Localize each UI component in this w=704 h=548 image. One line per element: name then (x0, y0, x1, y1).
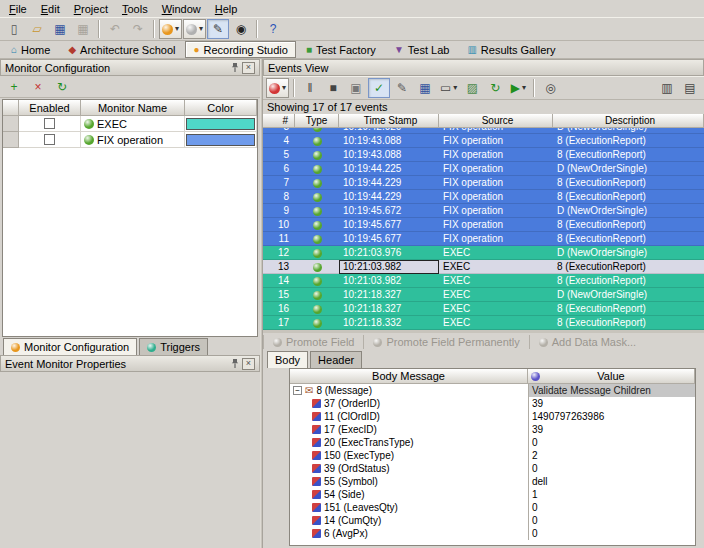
column-header-[interactable]: # (263, 114, 295, 128)
detail-row[interactable]: 151 (LeavesQty)0 (290, 501, 695, 514)
snapshot-button[interactable]: ◉ (230, 19, 252, 39)
event-row[interactable]: 1610:21:18.327EXEC8 (ExecutionReport) (263, 302, 704, 316)
detail-row[interactable]: 54 (Side)1 (290, 488, 695, 501)
verify-button[interactable]: ✓ (368, 78, 390, 98)
tab-triggers[interactable]: Triggers (139, 338, 208, 355)
event-row[interactable]: 1510:21:18.327EXECD (NewOrderSingle) (263, 288, 704, 302)
save-events-button[interactable]: ▦ (414, 78, 436, 98)
filter-edit-button[interactable]: ✎ (391, 78, 413, 98)
tab-test-lab[interactable]: ▼Test Lab (386, 41, 458, 58)
menu-window[interactable]: Window (155, 2, 208, 16)
save-button[interactable]: ▦ (49, 19, 71, 39)
event-row[interactable]: 1310:21:03.982EXEC8 (ExecutionReport) (263, 260, 704, 274)
monitor-enabled-checkbox[interactable] (44, 118, 55, 129)
event-row[interactable]: 1110:19:45.677FIX operation8 (ExecutionR… (263, 232, 704, 246)
menu-edit[interactable]: Edit (34, 2, 67, 16)
detail-row[interactable]: 14 (CumQty)0 (290, 514, 695, 527)
close-icon[interactable]: × (242, 358, 255, 370)
event-row[interactable]: 410:19:43.088FIX operation8 (ExecutionRe… (263, 134, 704, 148)
pause-button[interactable]: ‖ (299, 78, 321, 98)
column-header-monitor-name[interactable]: Monitor Name (81, 100, 185, 116)
perspective-combo-button[interactable]: ▾ (159, 19, 182, 39)
redo-button[interactable]: ↷ (127, 19, 149, 39)
new-button[interactable]: ▯ (3, 19, 25, 39)
column-header-color[interactable]: Color (185, 100, 257, 116)
event-row[interactable]: 1210:21:03.976EXECD (NewOrderSingle) (263, 246, 704, 260)
event-row[interactable]: 810:19:44.229FIX operation8 (ExecutionRe… (263, 190, 704, 204)
annotate-toggle-button[interactable]: ✎ (207, 19, 229, 39)
menu-file[interactable]: File (2, 2, 34, 16)
image-export-button[interactable]: ▨ (461, 78, 483, 98)
column-header-description[interactable]: Description (553, 114, 704, 128)
event-row[interactable]: 1410:21:03.982EXEC8 (ExecutionReport) (263, 274, 704, 288)
promote-field-permanently-button[interactable]: Promote Field Permanently (363, 335, 528, 349)
stop-button[interactable]: ■ (322, 78, 344, 98)
monitor-enabled-checkbox[interactable] (44, 134, 55, 145)
monitor-row[interactable]: EXEC (3, 116, 257, 132)
detail-row[interactable]: 6 (AvgPx)0 (290, 527, 695, 540)
add-monitor-button[interactable]: + (3, 77, 25, 97)
column-header-value[interactable]: Value (528, 369, 695, 384)
menu-project[interactable]: Project (67, 2, 115, 16)
column-header-enabled[interactable]: Enabled (19, 100, 81, 116)
event-row[interactable]: 1710:21:18.332EXEC8 (ExecutionReport) (263, 316, 704, 330)
detail-value-cell: 2 (528, 449, 695, 462)
monitor-color-swatch[interactable] (186, 134, 255, 146)
environment-combo-button[interactable]: ▾ (183, 19, 206, 39)
monitor-row[interactable]: FIX operation (3, 132, 257, 148)
detail-row[interactable]: 11 (ClOrdID)1490797263986 (290, 410, 695, 423)
pin-icon[interactable] (228, 357, 242, 370)
promote-field-button[interactable]: Promote Field (263, 335, 363, 349)
tab-body[interactable]: Body (267, 351, 308, 368)
menu-help[interactable]: Help (208, 2, 245, 16)
refresh-events-button[interactable]: ↻ (484, 78, 506, 98)
tab-results-gallery[interactable]: ▥Results Gallery (459, 41, 563, 58)
tab-recording-studio[interactable]: ●Recording Studio (185, 41, 295, 58)
event-row[interactable]: 910:19:45.672FIX operationD (NewOrderSin… (263, 204, 704, 218)
pin-icon[interactable] (228, 61, 242, 74)
detail-value-cell[interactable]: Validate Message Children (528, 384, 695, 397)
tab-home[interactable]: ⌂Home (3, 41, 58, 58)
add-data-mask-button[interactable]: Add Data Mask... (529, 335, 645, 349)
detail-value-cell: 0 (528, 462, 695, 475)
lock-button[interactable]: ▣ (345, 78, 367, 98)
detail-row[interactable]: −✉8 (Message)Validate Message Children (290, 384, 695, 397)
column-header-body-message[interactable]: Body Message (290, 369, 528, 384)
detail-row[interactable]: 150 (ExecType)2 (290, 449, 695, 462)
tab-architecture-school[interactable]: ◆Architecture School (60, 41, 183, 58)
delete-monitor-button[interactable]: × (27, 77, 49, 97)
close-icon[interactable]: × (242, 62, 255, 74)
detail-row[interactable]: 39 (OrdStatus)0 (290, 462, 695, 475)
open-button[interactable]: ▱ (26, 19, 48, 39)
detail-row[interactable]: 17 (ExecID)39 (290, 423, 695, 436)
event-row[interactable]: 510:19:43.088FIX operation8 (ExecutionRe… (263, 148, 704, 162)
display-mode-button[interactable]: ▭▾ (437, 78, 460, 98)
table-columns-button[interactable]: ▤ (679, 78, 701, 98)
event-row[interactable]: 1010:19:45.677FIX operation8 (ExecutionR… (263, 218, 704, 232)
tab-label: Test Factory (316, 44, 376, 56)
event-row[interactable]: 710:19:44.229FIX operation8 (ExecutionRe… (263, 176, 704, 190)
tab-test-factory[interactable]: ■Test Factory (298, 41, 384, 58)
column-header-time-stamp[interactable]: Time Stamp (339, 114, 439, 128)
help-button[interactable]: ? (262, 19, 284, 39)
save-all-button[interactable]: ▦ (72, 19, 94, 39)
monitor-color-swatch[interactable] (186, 118, 255, 130)
collapse-toggle-icon[interactable]: − (293, 386, 302, 395)
find-events-button[interactable]: ◎ (539, 78, 561, 98)
scroll-lock-button[interactable]: ▥ (656, 78, 678, 98)
detail-row[interactable]: 37 (OrderID)39 (290, 397, 695, 410)
menu-tools[interactable]: Tools (115, 2, 155, 16)
record-button[interactable]: ▾ (266, 78, 289, 98)
column-header-type[interactable]: Type (295, 114, 339, 128)
toolbar-separator (256, 20, 258, 38)
tab-monitor-configuration[interactable]: Monitor Configuration (3, 338, 137, 355)
undo-button[interactable]: ↶ (104, 19, 126, 39)
refresh-monitors-button[interactable]: ↻ (51, 77, 73, 97)
tab-header[interactable]: Header (310, 351, 362, 368)
column-header-source[interactable]: Source (439, 114, 553, 128)
event-row[interactable]: 610:19:44.225FIX operationD (NewOrderSin… (263, 162, 704, 176)
detail-row[interactable]: 55 (Symbol)dell (290, 475, 695, 488)
play-events-button[interactable]: ▶▾ (507, 78, 529, 98)
detail-row[interactable]: 20 (ExecTransType)0 (290, 436, 695, 449)
monitor-enabled-cell (19, 116, 81, 132)
